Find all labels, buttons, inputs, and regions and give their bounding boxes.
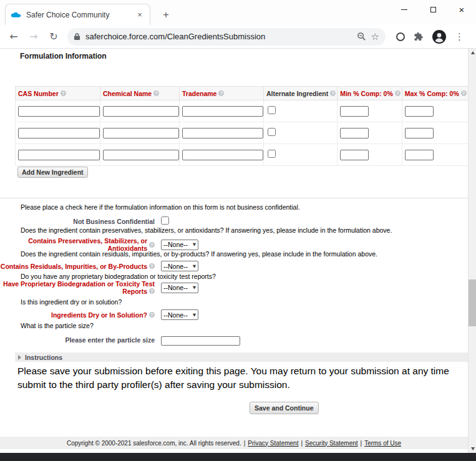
chevron-down-icon: ▼ <box>193 285 196 290</box>
browser-toolbar: ← → ↻ saferchoice.force.com/CleanGredien… <box>0 25 476 49</box>
footer-separator: | <box>244 440 246 447</box>
tradename-input[interactable] <box>182 128 263 138</box>
help-icon <box>149 263 155 269</box>
dry-or-solution-select[interactable]: --None--▼ <box>161 309 198 320</box>
chemical-name-input[interactable] <box>103 150 179 160</box>
min-comp-input[interactable] <box>340 106 369 117</box>
terms-of-use-link[interactable]: Terms of Use <box>364 440 401 447</box>
chemical-name-input[interactable] <box>103 106 179 117</box>
help-icon <box>330 90 336 96</box>
footer-separator: | <box>301 440 303 447</box>
dry-or-solution-question: Is this ingredient dry or in solution? <box>21 298 122 306</box>
browser-titlebar: Safer Choice Community × + × <box>0 0 476 25</box>
reload-button[interactable]: ↻ <box>45 28 62 46</box>
max-comp-input[interactable] <box>405 150 434 160</box>
alternate-ingredient-checkbox[interactable] <box>268 128 276 136</box>
lower-form-section: Please place a check here if the formula… <box>0 198 468 352</box>
col-header-tradename: Tradename <box>180 87 264 100</box>
confidential-question: Please place a check here if the formula… <box>21 203 300 211</box>
zoom-out-icon[interactable] <box>357 32 366 41</box>
alternate-ingredient-checkbox[interactable] <box>268 106 276 114</box>
instructions-section-header[interactable]: Instructions <box>15 352 468 362</box>
not-business-confidential-label: Not Business Confidential <box>0 218 155 225</box>
salesforce-cloud-favicon <box>11 11 21 19</box>
col-header-chemical-name: Chemical Name <box>100 87 180 100</box>
add-new-ingredient-button[interactable]: Add New Ingredient <box>17 167 88 178</box>
particle-size-label: Please enter the particle size <box>0 336 155 344</box>
browser-menu-icon[interactable]: ⋮ <box>455 31 464 42</box>
chevron-down-icon: ▼ <box>193 264 196 269</box>
window-bottom-edge <box>0 453 476 461</box>
residuals-select[interactable]: --None--▼ <box>161 261 198 271</box>
tab-close-icon[interactable]: × <box>135 10 145 20</box>
chevron-down-icon: ▼ <box>193 313 196 318</box>
vertical-scrollbar[interactable] <box>468 49 476 453</box>
tradename-input[interactable] <box>182 106 263 117</box>
copyright-text: Copyright © 2000-2021 salesforce.com, in… <box>67 440 241 447</box>
max-comp-input[interactable] <box>405 106 434 117</box>
page-footer: Copyright © 2000-2021 salesforce.com, in… <box>0 437 468 449</box>
residuals-label: Contains Residuals, Impurities, or By-Pr… <box>0 263 155 270</box>
min-comp-input[interactable] <box>340 150 369 160</box>
scroll-up-arrow[interactable] <box>469 49 476 57</box>
col-header-min-comp: Min % Comp: 0% <box>338 87 402 100</box>
particle-size-input[interactable] <box>161 336 240 346</box>
preservatives-question: Does the ingredient contain preservative… <box>21 226 392 234</box>
help-icon <box>395 90 401 96</box>
window-controls: × <box>390 0 476 19</box>
preservatives-select[interactable]: --None--▼ <box>161 240 198 250</box>
tab-title: Safer Choice Community <box>26 11 135 19</box>
chevron-down-icon: ▼ <box>193 242 196 247</box>
back-button[interactable]: ← <box>5 28 22 46</box>
min-comp-input[interactable] <box>340 128 369 138</box>
biodegradation-label: Have Proprietary Biodegradation or Toxic… <box>0 280 155 295</box>
help-icon <box>61 90 66 96</box>
alternate-ingredient-checkbox[interactable] <box>268 150 276 158</box>
table-row: --None-- <box>16 122 469 144</box>
window-minimize-button[interactable] <box>390 0 419 19</box>
instructions-text: Please save your submission before exiti… <box>17 364 449 392</box>
chemical-name-input[interactable] <box>103 128 179 138</box>
col-header-cas-number: CAS Number <box>16 87 100 100</box>
help-icon <box>149 288 155 294</box>
cas-number-input[interactable] <box>18 150 100 160</box>
cas-number-input[interactable] <box>18 106 100 117</box>
lock-icon <box>74 32 80 41</box>
browser-tab[interactable]: Safer Choice Community × <box>5 4 150 25</box>
extensions-puzzle-icon[interactable] <box>414 32 424 42</box>
help-icon <box>149 242 155 248</box>
security-statement-link[interactable]: Security Statement <box>305 440 357 447</box>
residuals-question: Does the ingredient contain residuals, i… <box>21 250 377 258</box>
instructions-line-2: submit to the third party profiler(s) af… <box>17 378 449 392</box>
help-icon <box>153 90 159 96</box>
help-icon <box>461 90 467 96</box>
window-close-button[interactable]: × <box>447 0 476 19</box>
biodegradation-select[interactable]: --None--▼ <box>161 283 198 293</box>
footer-separator: | <box>361 440 362 447</box>
bookmark-star-icon[interactable]: ☆ <box>371 31 379 42</box>
save-and-continue-button[interactable]: Save and Continue <box>250 402 319 414</box>
triangle-down-icon <box>471 447 475 450</box>
scrollbar-thumb[interactable] <box>469 279 476 326</box>
forward-button[interactable]: → <box>25 28 42 46</box>
col-header-max-comp: Max % Comp: 0% <box>402 87 468 100</box>
cas-number-input[interactable] <box>18 128 100 138</box>
help-icon <box>149 312 155 318</box>
table-header-row: CAS Number Chemical Name Tradename Alter… <box>16 87 469 100</box>
formulation-table: CAS Number Chemical Name Tradename Alter… <box>15 86 468 166</box>
particle-size-question: What is the particle size? <box>21 322 94 329</box>
window-maximize-button[interactable] <box>419 0 447 19</box>
profile-avatar[interactable] <box>432 30 446 44</box>
privacy-statement-link[interactable]: Privacy Statement <box>248 440 298 447</box>
address-bar[interactable]: saferchoice.force.com/CleanGredientsSubm… <box>67 28 386 46</box>
url-text: saferchoice.force.com/CleanGredientsSubm… <box>85 32 352 41</box>
extension-circle-icon[interactable] <box>396 32 405 41</box>
max-comp-input[interactable] <box>405 128 434 138</box>
table-row: --None-- <box>16 100 469 122</box>
tradename-input[interactable] <box>182 150 263 160</box>
new-tab-button[interactable]: + <box>158 7 173 22</box>
section-title: Formulation Information <box>20 52 107 61</box>
not-business-confidential-checkbox[interactable] <box>161 216 169 225</box>
instructions-title: Instructions <box>25 354 62 361</box>
scroll-down-arrow[interactable] <box>469 445 476 453</box>
